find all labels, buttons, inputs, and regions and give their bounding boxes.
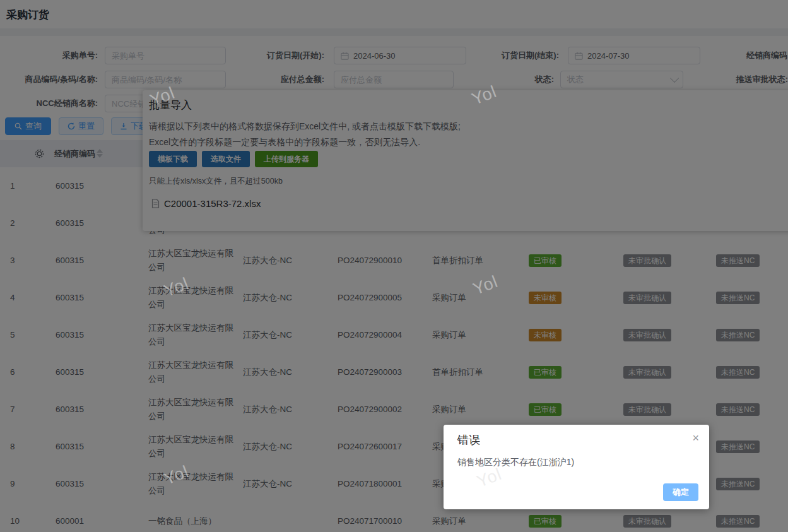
confirm-button[interactable]: 确定 — [663, 483, 698, 501]
error-dialog: 错误 × 销售地区分类不存在(江浙沪1) 确定 — [444, 425, 709, 509]
close-icon[interactable]: × — [692, 432, 699, 444]
purchase-order-page: 采购订货 采购单号: 订货日期(开始): 2024-06-30 订货日期(结束)… — [0, 0, 788, 532]
error-dialog-title: 错误 — [457, 432, 480, 447]
error-message: 销售地区分类不存在(江浙沪1) — [457, 457, 574, 468]
